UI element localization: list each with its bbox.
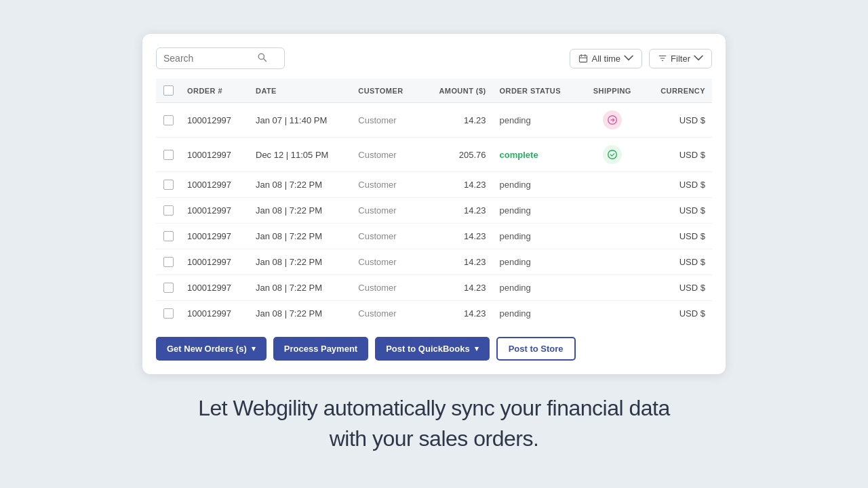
search-box[interactable] (156, 47, 285, 69)
table-row: 100012997Jan 08 | 7:22 PMCustomer14.23pe… (156, 224, 712, 249)
cell-customer: Customer (351, 103, 420, 138)
cell-customer: Customer (351, 301, 420, 327)
cell-customer: Customer (351, 275, 420, 301)
cell-amount: 14.23 (421, 249, 493, 275)
get-new-orders-button[interactable]: Get New Orders (s) ▾ (156, 337, 267, 361)
cell-date: Jan 08 | 7:22 PM (249, 275, 351, 301)
cell-customer: Customer (351, 224, 420, 249)
table-row: 100012997Jan 08 | 7:22 PMCustomer14.23pe… (156, 198, 712, 224)
row-checkbox[interactable] (163, 257, 174, 267)
cell-shipping (582, 275, 643, 301)
row-checkbox[interactable] (163, 283, 174, 293)
post-store-button[interactable]: Post to Store (496, 337, 576, 361)
cell-shipping (582, 103, 643, 138)
cell-status: pending (493, 198, 582, 224)
cell-currency: USD $ (643, 103, 712, 138)
row-checkbox[interactable] (163, 205, 174, 216)
cell-amount: 14.23 (421, 301, 493, 327)
filter-label: Filter (671, 54, 690, 64)
orders-table: ORDER # DATE CUSTOMER AMOUNT ($) ORDER S… (156, 79, 712, 326)
cell-amount: 14.23 (421, 224, 493, 249)
cell-customer: Customer (351, 249, 420, 275)
process-payment-button[interactable]: Process Payment (273, 337, 368, 361)
cell-order: 100012997 (180, 138, 249, 172)
cell-amount: 205.76 (421, 138, 493, 172)
cell-date: Jan 07 | 11:40 PM (249, 103, 351, 138)
get-new-orders-chevron-icon: ▾ (252, 344, 256, 353)
post-quickbooks-label: Post to QuickBooks (386, 344, 470, 354)
tagline-line2: with your sales orders. (198, 424, 670, 454)
cell-shipping (582, 249, 643, 275)
cell-date: Jan 08 | 7:22 PM (249, 301, 351, 327)
table-row: 100012997Jan 08 | 7:22 PMCustomer14.23pe… (156, 275, 712, 301)
header-date: DATE (249, 79, 351, 103)
cell-currency: USD $ (643, 172, 712, 198)
cell-amount: 14.23 (421, 198, 493, 224)
row-checkbox[interactable] (163, 308, 174, 319)
table-row: 100012997Jan 08 | 7:22 PMCustomer14.23pe… (156, 301, 712, 327)
shipping-arrow-icon (603, 110, 622, 129)
row-checkbox[interactable] (163, 231, 174, 241)
header-shipping: SHIPPING (582, 79, 643, 103)
cell-date: Jan 08 | 7:22 PM (249, 172, 351, 198)
cell-order: 100012997 (180, 275, 249, 301)
cell-order: 100012997 (180, 103, 249, 138)
table-row: 100012997Jan 08 | 7:22 PMCustomer14.23pe… (156, 172, 712, 198)
svg-line-1 (264, 59, 267, 62)
cell-currency: USD $ (643, 224, 712, 249)
cell-status: complete (493, 138, 582, 172)
search-icon (257, 52, 267, 64)
row-checkbox[interactable] (163, 180, 174, 190)
svg-point-7 (608, 150, 617, 159)
cell-status: pending (493, 103, 582, 138)
header-order-num: ORDER # (180, 79, 249, 103)
row-checkbox[interactable] (163, 150, 174, 160)
cell-currency: USD $ (643, 275, 712, 301)
cell-status: pending (493, 224, 582, 249)
tagline-line1: Let Webgility automatically sync your fi… (198, 393, 670, 424)
search-input[interactable] (163, 53, 252, 64)
table-row: 100012997Jan 08 | 7:22 PMCustomer14.23pe… (156, 249, 712, 275)
cell-amount: 14.23 (421, 275, 493, 301)
filter-button[interactable]: Filter (649, 49, 712, 68)
cell-shipping (582, 138, 643, 172)
cell-date: Jan 08 | 7:22 PM (249, 249, 351, 275)
cell-shipping (582, 198, 643, 224)
time-filter-button[interactable]: All time (570, 49, 642, 68)
cell-date: Jan 08 | 7:22 PM (249, 224, 351, 249)
cell-amount: 14.23 (421, 103, 493, 138)
tagline: Let Webgility automatically sync your fi… (198, 393, 670, 454)
header-checkbox[interactable] (156, 79, 180, 103)
cell-date: Dec 12 | 11:05 PM (249, 138, 351, 172)
post-store-label: Post to Store (509, 344, 564, 354)
header-checkbox-box[interactable] (163, 85, 174, 96)
cell-order: 100012997 (180, 198, 249, 224)
cell-status: pending (493, 172, 582, 198)
cell-status: pending (493, 301, 582, 327)
cell-status: pending (493, 275, 582, 301)
get-new-orders-label: Get New Orders (s) (167, 344, 247, 354)
shipping-check-icon (603, 145, 622, 164)
post-quickbooks-button[interactable]: Post to QuickBooks ▾ (375, 337, 490, 361)
cell-customer: Customer (351, 172, 420, 198)
header-order-status: ORDER STATUS (493, 79, 582, 103)
header-customer: CUSTOMER (351, 79, 420, 103)
toolbar-right: All time Filter (570, 49, 712, 68)
cell-shipping (582, 172, 643, 198)
process-payment-label: Process Payment (284, 344, 357, 354)
toolbar: All time Filter (156, 47, 712, 69)
cell-order: 100012997 (180, 224, 249, 249)
cell-currency: USD $ (643, 198, 712, 224)
cell-date: Jan 08 | 7:22 PM (249, 198, 351, 224)
cell-order: 100012997 (180, 249, 249, 275)
main-card: All time Filter (142, 34, 726, 374)
cell-customer: Customer (351, 138, 420, 172)
table-row: 100012997Jan 07 | 11:40 PMCustomer14.23p… (156, 103, 712, 138)
header-currency: CURRENCY (643, 79, 712, 103)
cell-currency: USD $ (643, 138, 712, 172)
svg-rect-2 (580, 56, 587, 62)
cell-currency: USD $ (643, 301, 712, 327)
page-wrapper: All time Filter (0, 0, 868, 488)
row-checkbox[interactable] (163, 115, 174, 125)
cell-currency: USD $ (643, 249, 712, 275)
